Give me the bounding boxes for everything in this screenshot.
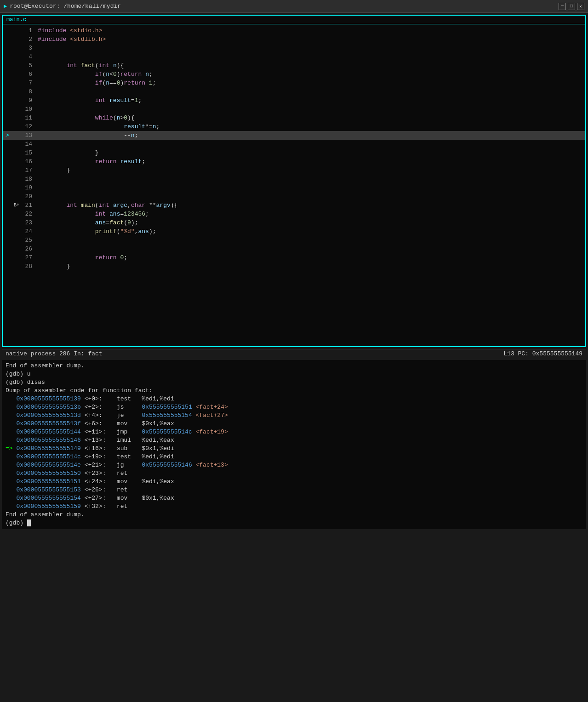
bp-marker-2 xyxy=(12,35,21,44)
code-line-22: 22 int ans=123456; xyxy=(3,210,585,218)
code-line-26: 26 xyxy=(3,245,585,253)
code-line-6: 6 if(n<0)return n; xyxy=(3,70,585,79)
code-line-19: 19 xyxy=(3,183,585,192)
code-line-23: 23 ans=fact(9); xyxy=(3,218,585,227)
close-button[interactable]: ✕ xyxy=(577,3,584,10)
asm-line-16-current: => 0x0000555555555149 <+16>: sub $0x1,%e… xyxy=(6,445,582,453)
line-num-1: 1 xyxy=(21,26,36,35)
code-line-10: 10 xyxy=(3,105,585,114)
code-line-7: 7 if(n==0)return 1; xyxy=(3,79,585,87)
code-line-13: > 13 --n; xyxy=(3,131,585,140)
line-arrow-2 xyxy=(3,35,12,44)
asm-line-4: 0x000055555555513d <+4>: je 0x5555555551… xyxy=(6,411,582,420)
line-arrow-1 xyxy=(3,26,12,35)
asm-line-26: 0x0000555555555153 <+26>: ret xyxy=(6,486,582,494)
terminal-line-eod2: End of assembler dump. xyxy=(6,511,582,519)
code-line-4: 4 xyxy=(3,52,585,61)
asm-line-11: 0x0000555555555144 <+11>: jmp 0x55555555… xyxy=(6,428,582,436)
terminal-line-eod1: End of assembler dump. xyxy=(6,362,582,370)
statusbar-left: native process 286 In: fact xyxy=(6,350,103,357)
window-controls: ─ □ ✕ xyxy=(559,3,584,10)
asm-line-2: 0x000055555555513b <+2>: js 0x5555555551… xyxy=(6,403,582,411)
asm-line-19: 0x000055555555514c <+19>: test %edi,%edi xyxy=(6,453,582,461)
code-line-27: 27 return 0; xyxy=(3,253,585,262)
asm-line-32: 0x0000555555555159 <+32>: ret xyxy=(6,502,582,511)
code-line-25: 25 xyxy=(3,236,585,245)
asm-line-24: 0x0000555555555151 <+24>: mov %edi,%eax xyxy=(6,478,582,486)
code-line-3: 3 xyxy=(3,44,585,52)
asm-line-6: 0x000055555555513f <+6>: mov $0x1,%eax xyxy=(6,420,582,428)
terminal-line-u: (gdb) u xyxy=(6,370,582,378)
statusbar-right: L13 PC: 0x555555555149 xyxy=(503,350,582,357)
asm-line-23: 0x0000555555555150 <+23>: ret xyxy=(6,469,582,478)
editor-tab[interactable]: main.c xyxy=(3,16,585,24)
minimize-button[interactable]: ─ xyxy=(559,3,566,10)
code-line-1: 1 #include <stdio.h> xyxy=(3,26,585,35)
titlebar: ▶ root@Executor: /home/kali/mydir ─ □ ✕ xyxy=(0,0,588,13)
asm-line-21: 0x000055555555514e <+21>: jg 0x555555555… xyxy=(6,461,582,469)
code-editor: main.c 1 #include <stdio.h> 2 #include <… xyxy=(2,15,586,347)
code-line-24: 24 printf("%d",ans); xyxy=(3,227,585,236)
editor-empty-space xyxy=(3,271,585,344)
code-line-20: 20 xyxy=(3,192,585,201)
code-line-21: B+ 21 int main(int argc,char **argv){ xyxy=(3,201,585,210)
code-line-16: 16 return result; xyxy=(3,157,585,166)
breakpoint-21: B+ xyxy=(12,201,21,210)
code-line-5: 5 int fact(int n){ xyxy=(3,61,585,70)
terminal-line-dump-hdr: Dump of assembler code for function fact… xyxy=(6,387,582,395)
code-line-17: 17 } xyxy=(3,166,585,175)
code-line-8: 8 xyxy=(3,87,585,96)
code-area: 1 #include <stdio.h> 2 #include <stdlib.… xyxy=(3,24,585,346)
asm-line-0: 0x0000555555555139 <+0>: test %edi,%edi xyxy=(6,395,582,403)
asm-line-13: 0x0000555555555146 <+13>: imul %edi,%eax xyxy=(6,436,582,445)
code-line-18: 18 xyxy=(3,175,585,183)
asm-line-27: 0x0000555555555154 <+27>: mov $0x1,%eax xyxy=(6,494,582,502)
code-line-14: 14 xyxy=(3,140,585,148)
code-line-12: 12 result*=n; xyxy=(3,122,585,131)
terminal-line-disas: (gdb) disas xyxy=(6,378,582,387)
terminal-icon: ▶ xyxy=(4,3,7,10)
terminal[interactable]: End of assembler dump. (gdb) u (gdb) dis… xyxy=(2,360,586,529)
line-num-2: 2 xyxy=(21,35,36,44)
bp-marker-1 xyxy=(12,26,21,35)
line-code-1: #include <stdio.h> xyxy=(36,26,585,35)
window-title: root@Executor: /home/kali/mydir xyxy=(10,3,121,10)
current-line-arrow: > xyxy=(3,131,12,140)
line-code-2: #include <stdlib.h> xyxy=(36,35,585,44)
statusbar: native process 286 In: fact L13 PC: 0x55… xyxy=(2,349,586,358)
code-line-9: 9 int result=1; xyxy=(3,96,585,105)
code-line-15: 15 } xyxy=(3,148,585,157)
terminal-prompt-final[interactable]: (gdb) xyxy=(6,519,582,527)
code-line-28: 28 } xyxy=(3,262,585,271)
maximize-button[interactable]: □ xyxy=(568,3,575,10)
code-line-11: 11 while(n>0){ xyxy=(3,114,585,122)
code-line-2: 2 #include <stdlib.h> xyxy=(3,35,585,44)
